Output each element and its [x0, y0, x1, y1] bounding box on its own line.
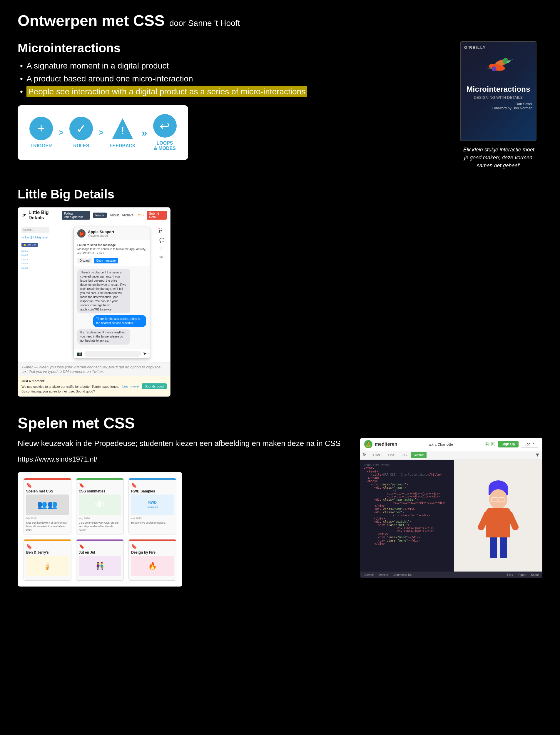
code-head-close: </head>: [364, 476, 451, 480]
code-comment-doctype: <!DOCTYPE html>: [364, 463, 451, 467]
mediteren-body: <!DOCTYPE html> <html> <head> <title>SRP…: [360, 460, 542, 572]
sounds-good-button[interactable]: Sounds good: [142, 383, 167, 389]
bookmark-icon-5: 🔖: [79, 544, 121, 549]
tab-html[interactable]: HTML: [369, 452, 384, 458]
code-haar-achter: <div class="haar achter">: [364, 498, 451, 501]
spelen-card-5: 🔖 Jut en Jul 👫: [76, 539, 124, 581]
cookie-title: Just a moment!: [21, 379, 119, 384]
submit-detail-button[interactable]: Submit Detail: [147, 211, 167, 220]
discard-button[interactable]: Discard: [77, 258, 92, 263]
chat-failed-msg: Failed to send the message Message text:…: [77, 243, 146, 255]
rules-label: RULES: [73, 143, 89, 148]
code-glas2: <div class="glas"></div>: [364, 529, 451, 532]
chat-bubble-support2: It's my pleasure. If there's anything yo…: [77, 329, 130, 345]
code-wnd: <div class="wnd"></div>: [364, 507, 451, 511]
export-button[interactable]: Export: [518, 573, 526, 577]
mediteren-login-button[interactable]: Log In: [521, 441, 538, 448]
microinteractions-section: Microinteractions A signature moment in …: [18, 41, 542, 170]
chevron-down-icon[interactable]: ▼: [535, 452, 540, 458]
spelen-url[interactable]: https://www.sinds1971.nl/: [18, 455, 348, 463]
lbd-screenshot: ☞ Little Big Details Follow littlebigdet…: [18, 207, 170, 397]
spelen-left: Nieuw keuzevak in de Propedeuse; student…: [18, 438, 348, 587]
tumblr-button[interactable]: tumblr: [93, 213, 107, 218]
code-glas1: <div class="glas"></div>: [364, 527, 451, 529]
character-upper: [478, 480, 519, 565]
feedback-shape: !: [111, 117, 134, 140]
copy-message-button[interactable]: Copy message: [94, 258, 118, 263]
chat-bubble-user1: Thank for the assistance, today is the n…: [93, 315, 146, 327]
diagram-feedback: ! FEEDBACK: [110, 117, 136, 148]
mediteren-settings-icon[interactable]: ⊞: [484, 441, 489, 447]
card-2-title: CSS sommetjes: [79, 489, 121, 493]
follow-sidebar[interactable]: Follow @littlebigrdetail: [21, 236, 49, 239]
lbd-section: Little Big Details ☞ Little Big Details …: [18, 187, 542, 397]
highlighted-bullet: People see interaction with a digital pr…: [26, 86, 307, 97]
spelen-description: Nieuw keuzevak in de Propedeuse; student…: [18, 438, 348, 449]
diagram-loops: ↩ LOOPS & MODES: [153, 114, 177, 151]
heart-icon[interactable]: ♡: [159, 247, 164, 251]
camera-icon[interactable]: 📷: [77, 351, 83, 357]
book-quote: 'Elk klein stukje interactie moet je goe…: [460, 146, 536, 170]
code-gezicht: <div class="gezicht">: [364, 520, 451, 523]
card-2-desc: CSS sommetjes voor CSS-ers die een stap …: [79, 521, 121, 532]
lbd-search[interactable]: Search...: [21, 227, 49, 233]
hummingbird-icon: [481, 53, 516, 82]
search-placeholder: Search...: [23, 228, 34, 231]
tab-css[interactable]: CSS: [385, 452, 399, 458]
learn-more-link[interactable]: Learn more: [122, 385, 139, 388]
nav-rss[interactable]: RSS: [136, 213, 144, 217]
mediteren-logo-text: mediteren: [375, 442, 397, 447]
tab-js[interactable]: JS: [399, 452, 409, 458]
lbd-content: Search... Follow @littlebigrdetail 👍 Lik…: [18, 223, 170, 362]
send-icon[interactable]: ➤: [143, 351, 147, 357]
mediteren-logo-icon: 🧘: [364, 440, 372, 448]
character-head: [489, 489, 507, 509]
chat-bubble-support: There's no charge if the issue is covere…: [77, 269, 130, 313]
lbd-chat-popup: 🍎 Apple Support @applesupport Failed to …: [73, 227, 150, 359]
book-subtitle: DESIGNING WITH DETAILS: [474, 95, 523, 100]
bookmark-icon-2: 🔖: [79, 482, 121, 488]
mediteren-logo: 🧘 mediteren: [364, 440, 397, 448]
trigger-label: TRIGGER: [31, 143, 52, 148]
people2-icon: 👫: [96, 562, 104, 570]
book-image: O'REILLY Microinteractions DESIGNING WIT…: [460, 41, 536, 141]
fork-button[interactable]: Fork: [507, 573, 513, 577]
book-cover: O'REILLY Microinteractions DESIGNING WIT…: [460, 41, 542, 170]
like-button[interactable]: 👍 Like 2.4k: [21, 241, 49, 247]
follow-button[interactable]: Follow littlebigdetails: [62, 211, 90, 220]
comments-tab[interactable]: Comments 10+: [393, 573, 413, 577]
nav-about[interactable]: About: [110, 213, 119, 217]
assets-tab[interactable]: Assets: [379, 573, 388, 577]
card-6-img: 🔥: [131, 556, 174, 576]
code-more-divs: <div><div><div></div></div></div>: [364, 495, 451, 498]
code-wang: <div class="wang"></div>: [364, 539, 451, 542]
mediteren-bottom-left: Console Assets Comments 10+: [364, 573, 413, 577]
code-haar-body: <div><div><div></div></div></div>: [364, 501, 451, 504]
console-tab[interactable]: Console: [364, 573, 375, 577]
return-icon: ↩: [160, 119, 170, 133]
share-button[interactable]: Share: [531, 573, 539, 577]
mediteren-bottom-bar: Console Assets Comments 10+ Fork Export …: [360, 572, 542, 578]
mediteren-preview: [454, 460, 542, 572]
chat-identity: Apple Support @applesupport: [88, 230, 114, 237]
lbd-nav: Follow littlebigdetails tumblr About Arc…: [62, 211, 167, 220]
nav-archive[interactable]: Archive: [122, 213, 133, 217]
lbd-chat-header: 🍎 Apple Support @applesupport: [74, 227, 150, 240]
mediteren-signup-button[interactable]: Sign Up: [498, 441, 518, 447]
chat-input[interactable]: [84, 351, 141, 357]
lbd-main-content: OCT 17 💬 ♡ 96 🍎 Apple Support: [53, 223, 170, 362]
card-4-img: 🍦: [26, 556, 69, 576]
spelen-section: Spelen met CSS Nieuw keuzevak in de Prop…: [18, 414, 542, 587]
samples-label: Samples: [147, 506, 158, 509]
trigger-circle: +: [29, 117, 53, 140]
mediteren-expand-icon[interactable]: ⇱: [491, 441, 496, 447]
tab-result[interactable]: Result: [411, 452, 427, 458]
book-author: Dan Saffer Foreword by Don Norman: [492, 102, 532, 110]
card-1-title: Spelen met CSS: [26, 489, 69, 493]
code-head: <head>: [364, 470, 451, 473]
bullet-item-2: A product based around one micro-interac…: [18, 74, 448, 83]
comment-icon[interactable]: 💬: [159, 238, 164, 243]
card-3-title: RWD Samples: [131, 489, 174, 493]
gear-icon[interactable]: ⚙: [362, 452, 366, 458]
code-title: <title>SRP CSS — Charlotte Uding</title>: [364, 473, 451, 476]
